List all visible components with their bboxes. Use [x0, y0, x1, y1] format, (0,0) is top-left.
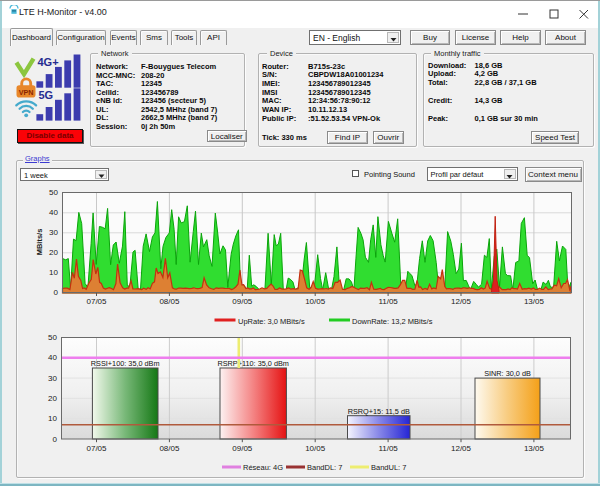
svg-text:07/05: 07/05: [86, 444, 107, 453]
svg-text:20: 20: [48, 394, 57, 403]
svg-text:UpRate: 3,0 MBits/s: UpRate: 3,0 MBits/s: [238, 317, 305, 326]
svg-text:DownRate: 13,2 MBits/s: DownRate: 13,2 MBits/s: [352, 317, 433, 326]
svg-text:10/05: 10/05: [305, 444, 326, 453]
svg-text:MBits/s: MBits/s: [35, 229, 44, 256]
svg-text:09/05: 09/05: [232, 444, 253, 453]
svg-text:SINR: 30,0 dB: SINR: 30,0 dB: [484, 369, 531, 378]
svg-text:09/05: 09/05: [232, 297, 253, 306]
svg-text:10: 10: [49, 268, 58, 277]
svg-text:50: 50: [49, 188, 58, 197]
svg-text:RSSI+100: 35,0 dBm: RSSI+100: 35,0 dBm: [91, 359, 160, 368]
svg-text:08/05: 08/05: [159, 444, 180, 453]
svg-text:30: 30: [49, 228, 58, 237]
svg-text:07/05: 07/05: [86, 297, 107, 306]
svg-text:13/05: 13/05: [524, 297, 545, 306]
svg-text:11/05: 11/05: [378, 444, 398, 453]
svg-text:40: 40: [48, 353, 57, 362]
svg-text:12/05: 12/05: [451, 444, 472, 453]
svg-text:08/05: 08/05: [159, 297, 180, 306]
svg-text:BandUL: 7: BandUL: 7: [371, 463, 406, 472]
svg-text:RSRP+110: 35,0 dBm: RSRP+110: 35,0 dBm: [217, 359, 288, 368]
svg-text:0: 0: [53, 435, 58, 444]
svg-text:10: 10: [48, 414, 57, 423]
svg-text:Réseau: 4G: Réseau: 4G: [243, 463, 283, 472]
svg-text:20: 20: [49, 248, 58, 257]
svg-text:30: 30: [48, 374, 57, 383]
svg-text:11/05: 11/05: [378, 297, 398, 306]
svg-text:BandDL: 7: BandDL: 7: [307, 463, 342, 472]
svg-text:12/05: 12/05: [451, 297, 472, 306]
svg-text:40: 40: [49, 208, 58, 217]
svg-text:4G+: 4G+: [38, 56, 59, 68]
svg-text:13/05: 13/05: [524, 444, 545, 453]
svg-text:VPN: VPN: [19, 88, 34, 97]
svg-text:10/05: 10/05: [305, 297, 326, 306]
svg-text:RSRQ+15: 11,5 dB: RSRQ+15: 11,5 dB: [348, 407, 410, 416]
svg-text:0: 0: [54, 288, 59, 297]
svg-text:5G: 5G: [39, 89, 54, 101]
svg-text:50: 50: [48, 333, 57, 342]
